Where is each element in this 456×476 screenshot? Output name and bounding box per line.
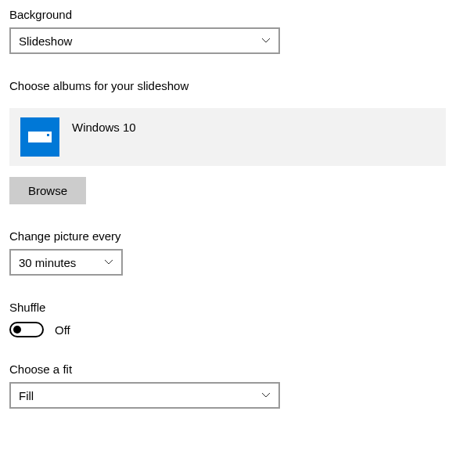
fit-section: Choose a fit Fill xyxy=(9,362,447,409)
album-name: Windows 10 xyxy=(72,121,136,134)
background-section: Background Slideshow xyxy=(9,8,447,54)
background-label: Background xyxy=(9,8,447,21)
interval-select-value: 30 minutes xyxy=(19,256,76,269)
interval-section: Change picture every 30 minutes xyxy=(9,229,447,276)
albums-section: Choose albums for your slideshow Windows… xyxy=(9,79,447,204)
interval-label: Change picture every xyxy=(9,229,447,243)
chevron-down-icon xyxy=(104,258,113,267)
albums-label: Choose albums for your slideshow xyxy=(9,79,447,92)
chevron-down-icon xyxy=(261,391,271,400)
drive-icon xyxy=(20,117,59,157)
shuffle-label: Shuffle xyxy=(9,301,447,314)
background-select[interactable]: Slideshow xyxy=(9,27,280,54)
toggle-knob xyxy=(13,326,21,334)
shuffle-section: Shuffle Off xyxy=(9,301,447,337)
interval-select[interactable]: 30 minutes xyxy=(9,249,123,276)
browse-button[interactable]: Browse xyxy=(9,177,86,204)
fit-select-value: Fill xyxy=(19,389,34,402)
shuffle-toggle[interactable] xyxy=(9,322,44,337)
shuffle-state: Off xyxy=(55,323,70,337)
fit-label: Choose a fit xyxy=(9,362,447,376)
fit-select[interactable]: Fill xyxy=(9,382,280,409)
album-item[interactable]: Windows 10 xyxy=(9,108,446,166)
chevron-down-icon xyxy=(261,36,271,45)
background-select-value: Slideshow xyxy=(19,34,72,48)
